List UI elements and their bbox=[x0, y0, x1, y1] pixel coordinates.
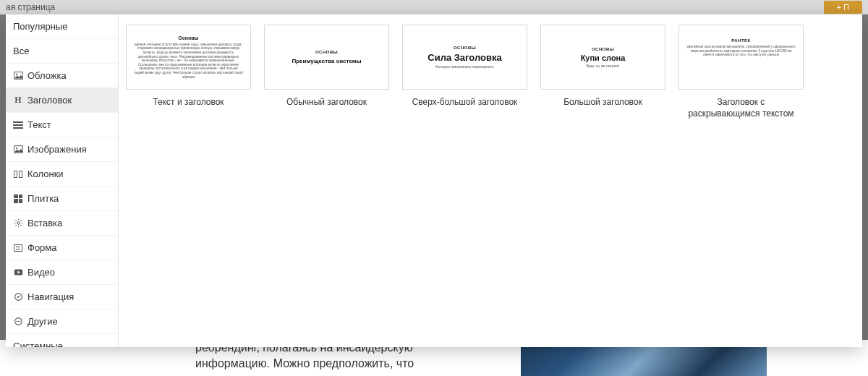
template-caption: Обычный заголовок bbox=[286, 97, 367, 108]
sidebar-item-label: Заголовок bbox=[27, 95, 72, 106]
sidebar-item-1[interactable]: Все bbox=[6, 39, 118, 64]
sidebar-item-label: Другие bbox=[27, 316, 58, 327]
template-thumb: основыКупи слонаВедь ты же патриот bbox=[540, 25, 665, 90]
template-caption: Текст и заголовок bbox=[153, 97, 224, 108]
sidebar-item-6[interactable]: Колонки bbox=[6, 162, 118, 187]
image-icon bbox=[13, 145, 23, 155]
thumb-title: Основы bbox=[178, 35, 198, 40]
sidebar-item-12[interactable]: Другие bbox=[6, 309, 118, 334]
template-thumb: основыСила ЗаголовкаКоторую невозможно п… bbox=[402, 25, 527, 90]
sidebar-item-2[interactable]: Обложка bbox=[6, 64, 118, 88]
svg-line-11 bbox=[15, 225, 16, 226]
heading-icon: H bbox=[13, 95, 23, 106]
sidebar-item-label: Плитка bbox=[27, 193, 59, 204]
sidebar-item-label: Вставка bbox=[27, 218, 62, 228]
thumb-title: Сила Заголовка bbox=[427, 52, 501, 63]
lines-icon bbox=[13, 120, 23, 130]
columns-icon bbox=[13, 169, 23, 179]
template-card-3[interactable]: основыКупи слонаВедь ты же патриотБольшо… bbox=[540, 25, 665, 119]
sidebar-item-13[interactable]: Системные bbox=[6, 334, 118, 347]
sidebar-item-5[interactable]: Изображения bbox=[6, 137, 118, 162]
template-thumb: основыПреимущества системы bbox=[264, 25, 389, 90]
grid-icon bbox=[13, 194, 23, 204]
svg-point-1 bbox=[16, 74, 17, 75]
dots-icon bbox=[13, 317, 23, 327]
svg-point-3 bbox=[16, 148, 17, 149]
svg-point-4 bbox=[17, 222, 20, 225]
svg-line-10 bbox=[20, 225, 21, 226]
thumb-title: Купи слона bbox=[581, 54, 626, 62]
sidebar-item-11[interactable]: Навигация bbox=[6, 285, 118, 309]
sidebar-item-label: Форма bbox=[27, 242, 57, 253]
thumb-paragraph: рантайный срок на новый автомобиль, прио… bbox=[686, 45, 796, 57]
background-topbar: ая страница + П bbox=[0, 0, 868, 14]
sidebar-item-3[interactable]: HЗаголовок bbox=[6, 88, 118, 113]
template-thumb: рантекрантайный срок на новый автомобиль… bbox=[678, 25, 804, 90]
form-icon bbox=[13, 243, 23, 253]
sidebar-item-9[interactable]: Форма bbox=[6, 236, 118, 260]
sidebar-item-label: Все bbox=[13, 46, 29, 56]
sidebar-item-label: Текст bbox=[27, 119, 51, 130]
thumb-subtitle: Ведь ты же патриот bbox=[587, 64, 620, 68]
template-card-2[interactable]: основыСила ЗаголовкаКоторую невозможно п… bbox=[402, 25, 527, 119]
template-grid: Основыединое учитывая отсутствие и какие… bbox=[119, 14, 862, 347]
svg-point-18 bbox=[20, 321, 21, 322]
thumb-subtitle: Которую невозможно переоценить bbox=[435, 64, 493, 69]
bg-top-button: + П bbox=[824, 1, 862, 14]
template-caption: Заголовок с раскрывающимся текстом bbox=[681, 97, 801, 119]
template-caption: Сверх-большой заголовок bbox=[412, 97, 518, 108]
sidebar-item-label: Изображения bbox=[27, 144, 87, 155]
thumb-eyebrow: основы bbox=[454, 46, 476, 50]
template-card-1[interactable]: основыПреимущества системыОбычный заголо… bbox=[264, 25, 389, 119]
thumb-eyebrow: рантек bbox=[731, 38, 750, 43]
template-thumb: Основыединое учитывая отсутствие и какие… bbox=[126, 25, 251, 90]
thumb-eyebrow: основы bbox=[592, 47, 614, 51]
thumb-title: Преимущества системы bbox=[292, 58, 361, 64]
thumb-eyebrow: основы bbox=[315, 50, 338, 54]
template-caption: Большой заголовок bbox=[563, 97, 642, 108]
svg-point-16 bbox=[16, 321, 17, 322]
template-card-0[interactable]: Основыединое учитывая отсутствие и какие… bbox=[126, 25, 251, 119]
video-icon bbox=[13, 268, 23, 278]
sidebar-item-8[interactable]: Вставка bbox=[6, 211, 118, 236]
sidebar-item-label: Обложка bbox=[27, 70, 67, 81]
compass-icon bbox=[13, 292, 23, 302]
sidebar-item-label: Колонки bbox=[27, 168, 64, 179]
sidebar-item-7[interactable]: Плитка bbox=[6, 187, 118, 211]
cog-icon bbox=[13, 218, 23, 228]
sidebar-item-10[interactable]: Видео bbox=[6, 260, 118, 285]
sidebar-item-label: Популярные bbox=[13, 21, 67, 32]
sidebar-item-0[interactable]: Популярные bbox=[6, 14, 118, 39]
template-card-4[interactable]: рантекрантайный срок на новый автомобиль… bbox=[678, 25, 804, 119]
svg-line-9 bbox=[15, 220, 16, 221]
sidebar-item-label: Навигация bbox=[27, 291, 74, 302]
block-library-modal: ПопулярныеВсеОбложкаHЗаголовокТекстИзобр… bbox=[6, 14, 862, 347]
category-sidebar: ПопулярныеВсеОбложкаHЗаголовокТекстИзобр… bbox=[6, 14, 119, 347]
sidebar-item-label: Видео bbox=[27, 267, 55, 278]
thumb-paragraph: единое учитывая отсутствие и какие годы,… bbox=[134, 43, 243, 80]
sidebar-item-label: Системные bbox=[13, 341, 63, 347]
svg-line-12 bbox=[20, 220, 21, 221]
bg-top-text: ая страница bbox=[6, 2, 55, 12]
image-icon bbox=[13, 71, 23, 81]
sidebar-item-4[interactable]: Текст bbox=[6, 113, 118, 137]
svg-point-17 bbox=[17, 321, 19, 322]
